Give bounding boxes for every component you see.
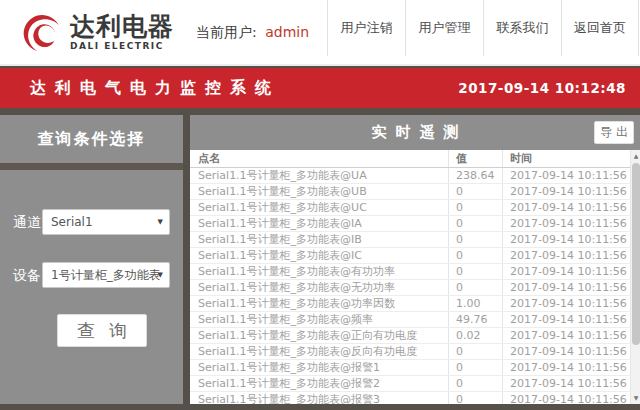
- cell-name: Serial1.1号计量柜_多功能表@报警1: [190, 360, 448, 375]
- cell-value: 0.02: [448, 328, 502, 343]
- table-row: Serial1.1号计量柜_多功能表@UB02017-09-14 10:11:5…: [190, 184, 630, 200]
- system-banner: 达利电气电力监控系统 2017-09-14 10:12:48: [0, 68, 640, 108]
- cell-value: 0: [448, 376, 502, 391]
- system-datetime: 2017-09-14 10:12:48: [458, 68, 626, 108]
- current-user-label: 当前用户:: [196, 24, 257, 40]
- cell-time: 2017-09-14 10:11:56: [502, 248, 630, 263]
- cell-time: 2017-09-14 10:11:56: [502, 264, 630, 279]
- device-select[interactable]: 1号计量柜_多功能表 ▼: [42, 262, 170, 288]
- cell-value: 49.76: [448, 312, 502, 327]
- table-scrollbar[interactable]: ▲ ▼: [630, 150, 640, 404]
- nav-item-user-logout[interactable]: 用户注销: [327, 0, 405, 56]
- scroll-down-icon[interactable]: ▼: [631, 392, 640, 404]
- sidebar-divider: [0, 163, 183, 170]
- cell-time: 2017-09-14 10:11:56: [502, 296, 630, 311]
- nav-item-return-home[interactable]: 返回首页: [561, 0, 639, 56]
- table-row: Serial1.1号计量柜_多功能表@报警102017-09-14 10:11:…: [190, 360, 630, 376]
- cell-time: 2017-09-14 10:11:56: [502, 232, 630, 247]
- scrollbar-thumb[interactable]: [632, 163, 640, 345]
- table-row: Serial1.1号计量柜_多功能表@UA238.642017-09-14 10…: [190, 168, 630, 184]
- table-row: Serial1.1号计量柜_多功能表@IA02017-09-14 10:11:5…: [190, 216, 630, 232]
- nav-item-contact-us[interactable]: 联系我们: [483, 0, 561, 56]
- channel-select-value: Serial1: [51, 215, 93, 229]
- cell-value: 0: [448, 264, 502, 279]
- table-row: Serial1.1号计量柜_多功能表@无功功率02017-09-14 10:11…: [190, 280, 630, 296]
- cell-value: 0: [448, 248, 502, 263]
- cell-time: 2017-09-14 10:11:56: [502, 376, 630, 391]
- channel-select[interactable]: Serial1 ▼: [42, 209, 170, 235]
- cell-time: 2017-09-14 10:11:56: [502, 184, 630, 199]
- table-row: Serial1.1号计量柜_多功能表@反向有功电度02017-09-14 10:…: [190, 344, 630, 360]
- cell-name: Serial1.1号计量柜_多功能表@报警2: [190, 376, 448, 391]
- cell-time: 2017-09-14 10:11:56: [502, 360, 630, 375]
- chevron-down-icon: ▼: [158, 210, 163, 234]
- logo[interactable]: 达利电器 DALI ELECTRIC: [22, 10, 174, 54]
- main-header-bar: 实时遥测 导出: [190, 115, 640, 150]
- top-nav: 用户注销 用户管理 联系我们 返回首页: [327, 0, 639, 56]
- cell-value: 0: [448, 360, 502, 375]
- system-title: 达利电气电力监控系统: [30, 68, 280, 108]
- telemetry-table: 点名 值 时间 Serial1.1号计量柜_多功能表@UA238.642017-…: [190, 150, 630, 404]
- scroll-up-icon[interactable]: ▲: [631, 150, 640, 162]
- cell-value: 0: [448, 216, 502, 231]
- query-button[interactable]: 查询: [57, 314, 147, 347]
- table-row: Serial1.1号计量柜_多功能表@报警302017-09-14 10:11:…: [190, 392, 630, 404]
- table-header-row: 点名 值 时间: [190, 150, 630, 168]
- logo-en: DALI ELECTRIC: [70, 41, 174, 51]
- table-row: Serial1.1号计量柜_多功能表@功率因数1.002017-09-14 10…: [190, 296, 630, 312]
- cell-time: 2017-09-14 10:11:56: [502, 280, 630, 295]
- cell-name: Serial1.1号计量柜_多功能表@有功功率: [190, 264, 448, 279]
- cell-name: Serial1.1号计量柜_多功能表@UA: [190, 168, 448, 183]
- device-select-value: 1号计量柜_多功能表: [51, 268, 161, 282]
- table-row: Serial1.1号计量柜_多功能表@有功功率02017-09-14 10:11…: [190, 264, 630, 280]
- export-button[interactable]: 导出: [594, 121, 634, 144]
- cell-value: 0: [448, 232, 502, 247]
- cell-time: 2017-09-14 10:11:56: [502, 328, 630, 343]
- table-body: Serial1.1号计量柜_多功能表@UA238.642017-09-14 10…: [190, 168, 630, 404]
- realtime-telemetry-title: 实时遥测: [190, 115, 640, 150]
- column-header-value: 值: [448, 150, 502, 167]
- table-row: Serial1.1号计量柜_多功能表@UC02017-09-14 10:11:5…: [190, 200, 630, 216]
- device-label: 设备: [13, 267, 43, 285]
- cell-name: Serial1.1号计量柜_多功能表@UB: [190, 184, 448, 199]
- cell-time: 2017-09-14 10:11:56: [502, 344, 630, 359]
- sidebar-title: 查询条件选择: [0, 115, 183, 163]
- current-user: 当前用户: admin: [196, 24, 309, 42]
- cell-value: 0: [448, 200, 502, 215]
- column-header-point-name: 点名: [190, 150, 448, 167]
- logo-cn: 达利电器: [70, 13, 174, 41]
- channel-label: 通道: [13, 214, 43, 232]
- cell-name: Serial1.1号计量柜_多功能表@功率因数: [190, 296, 448, 311]
- cell-value: 0: [448, 184, 502, 199]
- cell-value: 0: [448, 344, 502, 359]
- table-row: Serial1.1号计量柜_多功能表@IC02017-09-14 10:11:5…: [190, 248, 630, 264]
- chevron-down-icon: ▼: [158, 263, 163, 287]
- cell-name: Serial1.1号计量柜_多功能表@IC: [190, 248, 448, 263]
- cell-name: Serial1.1号计量柜_多功能表@报警3: [190, 392, 448, 404]
- cell-value: 0: [448, 280, 502, 295]
- table-row: Serial1.1号计量柜_多功能表@报警202017-09-14 10:11:…: [190, 376, 630, 392]
- cell-time: 2017-09-14 10:11:56: [502, 392, 630, 404]
- table-row: Serial1.1号计量柜_多功能表@频率49.762017-09-14 10:…: [190, 312, 630, 328]
- cell-name: Serial1.1号计量柜_多功能表@UC: [190, 200, 448, 215]
- logo-text: 达利电器 DALI ELECTRIC: [70, 13, 174, 51]
- cell-name: Serial1.1号计量柜_多功能表@无功功率: [190, 280, 448, 295]
- nav-item-user-manage[interactable]: 用户管理: [405, 0, 483, 56]
- cell-time: 2017-09-14 10:11:56: [502, 168, 630, 183]
- main-panel: 实时遥测 导出 点名 值 时间 Serial1.1号计量柜_多功能表@UA238…: [190, 115, 640, 404]
- top-header: 达利电器 DALI ELECTRIC 当前用户: admin 用户注销 用户管理…: [0, 0, 640, 66]
- cell-value: 1.00: [448, 296, 502, 311]
- cell-name: Serial1.1号计量柜_多功能表@频率: [190, 312, 448, 327]
- query-sidebar: 查询条件选择 通道 Serial1 ▼ 设备 1号计量柜_多功能表 ▼ 查询: [0, 115, 183, 404]
- current-user-value: admin: [265, 24, 309, 40]
- cell-value: 238.64: [448, 168, 502, 183]
- table-row: Serial1.1号计量柜_多功能表@正向有功电度0.022017-09-14 …: [190, 328, 630, 344]
- cell-value: 0: [448, 392, 502, 404]
- cell-time: 2017-09-14 10:11:56: [502, 312, 630, 327]
- cell-time: 2017-09-14 10:11:56: [502, 216, 630, 231]
- cell-time: 2017-09-14 10:11:56: [502, 200, 630, 215]
- cell-name: Serial1.1号计量柜_多功能表@反向有功电度: [190, 344, 448, 359]
- dali-logo-icon: [22, 10, 64, 54]
- cell-name: Serial1.1号计量柜_多功能表@IB: [190, 232, 448, 247]
- table-row: Serial1.1号计量柜_多功能表@IB02017-09-14 10:11:5…: [190, 232, 630, 248]
